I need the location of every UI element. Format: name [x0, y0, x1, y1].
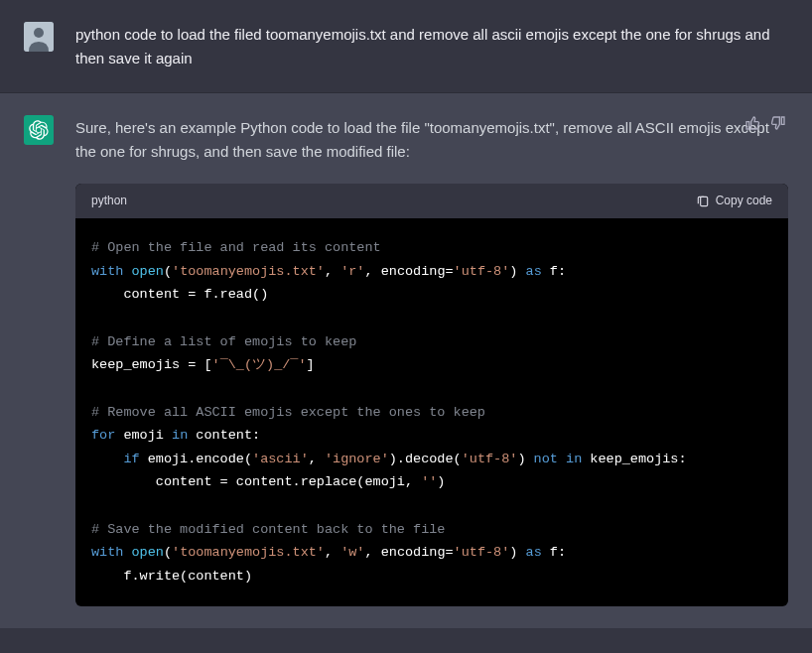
person-icon [24, 22, 54, 52]
thumbs-up-icon[interactable] [744, 115, 760, 131]
code-content[interactable]: # Open the file and read its content wit… [75, 218, 788, 605]
feedback-buttons [744, 115, 786, 131]
user-message: python code to load the filed toomanyemo… [0, 0, 812, 93]
thumbs-down-icon[interactable] [770, 115, 786, 131]
clipboard-icon [696, 195, 710, 208]
assistant-avatar [24, 115, 54, 145]
user-avatar [24, 22, 54, 52]
code-block: python Copy code # Open the file and rea… [75, 184, 788, 606]
openai-icon [29, 120, 49, 140]
assistant-content: Sure, here's an example Python code to l… [75, 115, 788, 606]
assistant-message: Sure, here's an example Python code to l… [0, 93, 812, 628]
code-header: python Copy code [75, 184, 788, 218]
svg-rect-2 [700, 196, 707, 205]
code-language-label: python [91, 192, 127, 210]
copy-code-label: Copy code [716, 192, 772, 210]
svg-point-1 [34, 28, 44, 38]
user-text: python code to load the filed toomanyemo… [75, 22, 788, 70]
assistant-intro: Sure, here's an example Python code to l… [75, 116, 788, 164]
copy-code-button[interactable]: Copy code [696, 192, 772, 210]
